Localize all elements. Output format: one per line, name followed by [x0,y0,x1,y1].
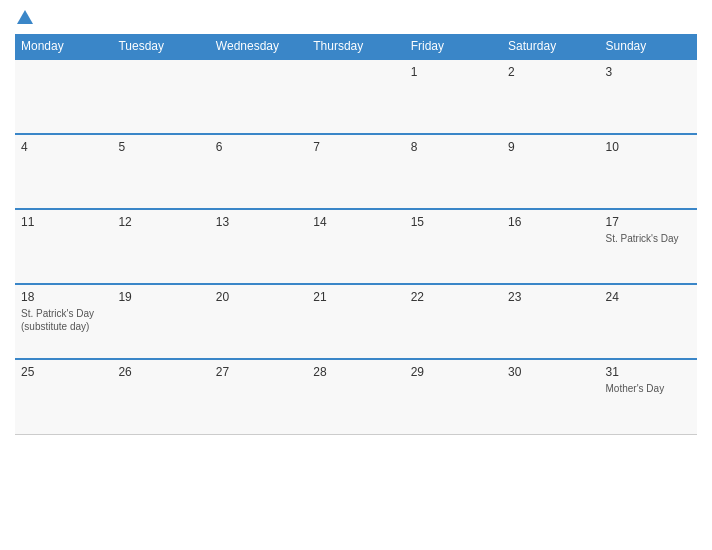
calendar-cell: 15 [405,209,502,284]
calendar-cell: 26 [112,359,209,434]
calendar-cell: 22 [405,284,502,359]
calendar-cell: 6 [210,134,307,209]
calendar-cell: 20 [210,284,307,359]
calendar-cell: 30 [502,359,599,434]
calendar-cell: 10 [600,134,697,209]
day-number: 26 [118,365,203,379]
logo [15,10,33,26]
day-number: 21 [313,290,398,304]
day-number: 9 [508,140,593,154]
calendar-cell [210,59,307,134]
day-number: 18 [21,290,106,304]
day-number: 28 [313,365,398,379]
day-header-sunday: Sunday [600,34,697,59]
day-header-tuesday: Tuesday [112,34,209,59]
calendar-cell: 3 [600,59,697,134]
day-number: 4 [21,140,106,154]
calendar-cell: 2 [502,59,599,134]
day-number: 25 [21,365,106,379]
logo-triangle-icon [17,10,33,24]
day-number: 1 [411,65,496,79]
calendar-cell: 27 [210,359,307,434]
calendar-cell [15,59,112,134]
calendar-cell: 5 [112,134,209,209]
calendar-event: St. Patrick's Day (substitute day) [21,307,106,333]
calendar-cell: 23 [502,284,599,359]
calendar-week-4: 18St. Patrick's Day (substitute day)1920… [15,284,697,359]
day-header-monday: Monday [15,34,112,59]
calendar-header-row: MondayTuesdayWednesdayThursdayFridaySatu… [15,34,697,59]
day-number: 11 [21,215,106,229]
day-number: 13 [216,215,301,229]
day-header-wednesday: Wednesday [210,34,307,59]
day-number: 3 [606,65,691,79]
day-number: 20 [216,290,301,304]
calendar-cell: 13 [210,209,307,284]
day-number: 23 [508,290,593,304]
day-number: 7 [313,140,398,154]
calendar-cell: 12 [112,209,209,284]
day-number: 10 [606,140,691,154]
calendar-cell: 14 [307,209,404,284]
calendar-body: 1234567891011121314151617St. Patrick's D… [15,59,697,434]
day-number: 29 [411,365,496,379]
day-number: 5 [118,140,203,154]
day-number: 31 [606,365,691,379]
calendar-cell: 16 [502,209,599,284]
day-header-friday: Friday [405,34,502,59]
day-header-thursday: Thursday [307,34,404,59]
day-number: 12 [118,215,203,229]
calendar-cell: 7 [307,134,404,209]
calendar-cell: 25 [15,359,112,434]
calendar-cell: 4 [15,134,112,209]
day-number: 8 [411,140,496,154]
calendar-week-3: 11121314151617St. Patrick's Day [15,209,697,284]
day-number: 17 [606,215,691,229]
day-number: 14 [313,215,398,229]
calendar-cell: 24 [600,284,697,359]
calendar-cell: 17St. Patrick's Day [600,209,697,284]
calendar-week-2: 45678910 [15,134,697,209]
day-header-saturday: Saturday [502,34,599,59]
day-number: 2 [508,65,593,79]
calendar-cell: 9 [502,134,599,209]
calendar-cell: 8 [405,134,502,209]
calendar-table: MondayTuesdayWednesdayThursdayFridaySatu… [15,34,697,435]
day-number: 6 [216,140,301,154]
calendar-cell: 11 [15,209,112,284]
calendar-event: St. Patrick's Day [606,232,691,245]
day-number: 22 [411,290,496,304]
calendar-cell: 21 [307,284,404,359]
calendar-cell: 1 [405,59,502,134]
day-number: 24 [606,290,691,304]
calendar-event: Mother's Day [606,382,691,395]
day-number: 15 [411,215,496,229]
calendar-header [15,10,697,26]
day-number: 16 [508,215,593,229]
day-number: 27 [216,365,301,379]
calendar-cell: 18St. Patrick's Day (substitute day) [15,284,112,359]
calendar-cell: 28 [307,359,404,434]
calendar-cell: 31Mother's Day [600,359,697,434]
calendar-week-5: 25262728293031Mother's Day [15,359,697,434]
calendar-cell: 19 [112,284,209,359]
calendar-cell: 29 [405,359,502,434]
day-number: 19 [118,290,203,304]
calendar-week-1: 123 [15,59,697,134]
day-number: 30 [508,365,593,379]
calendar-cell [307,59,404,134]
calendar-cell [112,59,209,134]
